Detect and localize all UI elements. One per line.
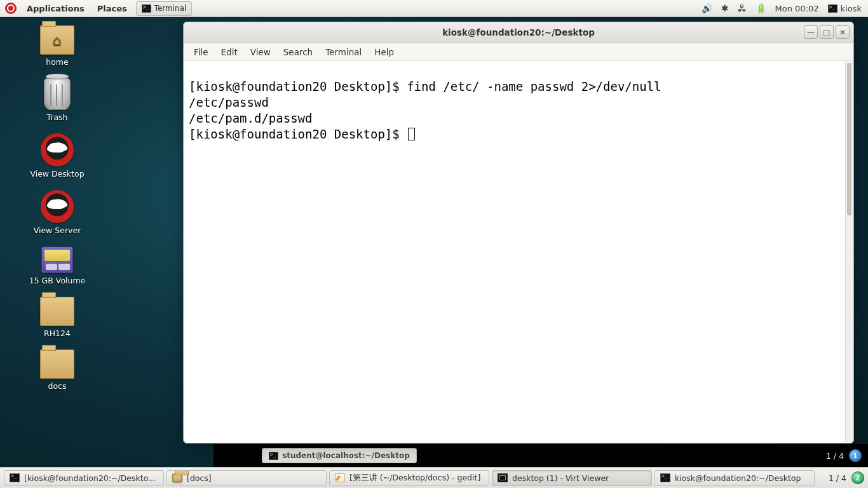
- terminal-icon: [660, 473, 670, 482]
- desktop-icon-rh124[interactable]: RH124: [13, 297, 102, 338]
- desktop-icon-home[interactable]: home: [13, 25, 102, 67]
- menu-edit[interactable]: Edit: [215, 47, 244, 57]
- desktop-icon-volume[interactable]: 15 GB Volume: [13, 247, 102, 285]
- icon-label: docs: [13, 381, 102, 391]
- menu-file[interactable]: File: [187, 47, 215, 57]
- taskbar-item-gedit[interactable]: [第三讲 (~/Desktop/docs) - gedit]: [329, 470, 489, 486]
- user-menu[interactable]: kiosk: [828, 4, 862, 13]
- virt-viewer-icon: [498, 473, 508, 482]
- folder-home-icon: [40, 25, 74, 55]
- menu-help[interactable]: Help: [368, 47, 400, 57]
- icon-label: RH124: [13, 329, 102, 338]
- menu-search[interactable]: Search: [277, 47, 319, 57]
- taskbar-label: [kiosk@foundation20:~/Deskto...: [24, 473, 156, 483]
- taskbar-label: desktop (1) - Virt Viewer: [512, 473, 609, 483]
- taskbar-label: [第三讲 (~/Desktop/docs) - gedit]: [349, 473, 480, 484]
- window-titlebar[interactable]: kiosk@foundation20:~/Desktop — □ ✕: [184, 22, 853, 43]
- clock[interactable]: Mon 00:02: [775, 4, 819, 13]
- window-minimize-button[interactable]: —: [804, 25, 818, 39]
- guest-workspace-indicator[interactable]: 1 / 4: [826, 451, 844, 461]
- desktop-icon-docs[interactable]: docs: [13, 349, 102, 391]
- panel-task-label: Terminal: [154, 4, 187, 13]
- icon-label: View Desktop: [13, 169, 102, 179]
- icon-label: View Server: [13, 226, 102, 235]
- terminal-line: /etc/passwd: [189, 95, 269, 109]
- icon-label: home: [13, 57, 102, 67]
- desktop-icon-trash[interactable]: Trash: [13, 78, 102, 122]
- window-title: kiosk@foundation20:~/Desktop: [184, 27, 853, 37]
- taskbar-item-terminal-2[interactable]: kiosk@foundation20:~/Desktop: [654, 470, 815, 486]
- scrollbar-thumb[interactable]: [847, 63, 851, 215]
- system-tray: 🔊 ✱ 🖧 🔋 Mon 00:02 kiosk: [702, 3, 868, 13]
- desktop-icons: home Trash View Desktop View Server 15 G…: [13, 25, 102, 391]
- terminal-cursor: [408, 128, 415, 140]
- window-close-button[interactable]: ✕: [836, 25, 850, 39]
- panel-task-terminal[interactable]: Terminal: [136, 1, 193, 16]
- folder-icon: [40, 349, 74, 379]
- taskbar-item-terminal-1[interactable]: [kiosk@foundation20:~/Deskto...: [4, 470, 164, 486]
- desktop-icon-view-server[interactable]: View Server: [13, 190, 102, 235]
- terminal-window: kiosk@foundation20:~/Desktop — □ ✕ File …: [183, 22, 854, 444]
- applications-menu[interactable]: Applications: [20, 0, 91, 17]
- gedit-icon: [335, 473, 345, 482]
- terminal-icon: [10, 473, 20, 482]
- host-workspace-indicator[interactable]: 1 / 4: [829, 473, 846, 483]
- terminal-menubar: File Edit View Search Terminal Help: [184, 43, 853, 61]
- user-session-icon: [828, 4, 837, 13]
- guest-notification-badge[interactable]: 1: [849, 449, 862, 462]
- window-maximize-button[interactable]: □: [820, 25, 834, 39]
- guest-bottom-panel: student@localhost:~/Desktop 1 / 4 1: [214, 444, 868, 467]
- host-notification-badge[interactable]: 2: [851, 471, 864, 484]
- battery-icon[interactable]: 🔋: [756, 3, 766, 13]
- trash-icon: [44, 78, 71, 110]
- menu-terminal[interactable]: Terminal: [319, 47, 368, 57]
- distro-logo-icon[interactable]: [5, 3, 17, 14]
- taskbar-label: [docs]: [187, 473, 212, 483]
- folder-icon: [172, 473, 182, 482]
- places-menu[interactable]: Places: [91, 0, 133, 17]
- redhat-icon: [41, 133, 74, 166]
- terminal-viewport[interactable]: [kiosk@foundation20 Desktop]$ find /etc/…: [184, 61, 853, 443]
- terminal-line: [kiosk@foundation20 Desktop]$ find /etc/…: [189, 79, 661, 93]
- taskbar-item-docs[interactable]: [docs]: [166, 470, 327, 486]
- bluetooth-icon[interactable]: ✱: [721, 3, 729, 13]
- desktop-icon-view-desktop[interactable]: View Desktop: [13, 133, 102, 179]
- volume-icon[interactable]: 🔊: [702, 3, 712, 13]
- terminal-line: /etc/pam.d/passwd: [189, 111, 312, 125]
- taskbar-label: kiosk@foundation20:~/Desktop: [675, 473, 801, 483]
- terminal-icon: [269, 452, 278, 460]
- redhat-icon: [41, 190, 74, 223]
- host-bottom-panel: [kiosk@foundation20:~/Deskto... [docs] […: [0, 467, 868, 488]
- terminal-line: [kiosk@foundation20 Desktop]$: [189, 127, 407, 141]
- guest-task-label: student@localhost:~/Desktop: [282, 451, 410, 460]
- guest-task-terminal[interactable]: student@localhost:~/Desktop: [262, 448, 417, 463]
- icon-label: Trash: [13, 112, 102, 122]
- user-name: kiosk: [841, 4, 862, 13]
- network-icon[interactable]: 🖧: [738, 3, 747, 13]
- folder-icon: [40, 297, 74, 326]
- top-panel: Applications Places Terminal 🔊 ✱ 🖧 🔋 Mon…: [0, 0, 868, 17]
- taskbar-item-virt-viewer[interactable]: desktop (1) - Virt Viewer: [492, 470, 652, 486]
- icon-label: 15 GB Volume: [13, 276, 102, 285]
- terminal-scrollbar[interactable]: [845, 62, 853, 442]
- drive-icon: [41, 247, 73, 273]
- terminal-icon: [142, 4, 151, 13]
- menu-view[interactable]: View: [244, 47, 277, 57]
